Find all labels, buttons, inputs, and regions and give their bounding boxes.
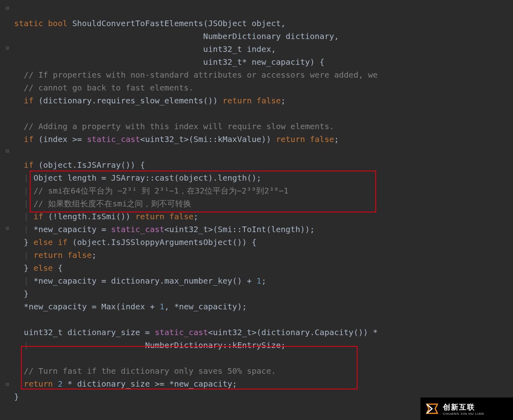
code-text: <uint32_t>(Smi::kMaxValue)): [140, 134, 276, 144]
keyword-else: else: [33, 237, 53, 247]
keyword-return: return: [276, 134, 305, 144]
code-text: (dictionary.requires_slow_elements()): [33, 96, 223, 105]
code-text: {: [53, 263, 62, 273]
keyword-else: else: [33, 263, 53, 273]
keyword-return: return: [223, 96, 252, 105]
code-text: *new_capacity = Max(index +: [24, 302, 159, 311]
watermark-text-en: CHUANG XIN HU LIAN: [443, 412, 484, 416]
keyword-if: if: [33, 212, 43, 221]
code-text: <uint32_t>(dictionary.Capacity()) *: [208, 327, 378, 337]
static-cast: static_cast: [87, 134, 140, 144]
watermark-text-cn: 创新互联: [443, 402, 484, 412]
comment: // smi在64位平台为 −2³¹ 到 2³¹−1，在32位平台为−2³⁰到2…: [33, 186, 288, 196]
keyword-false: false: [252, 96, 281, 105]
keyword-static: static: [14, 19, 43, 28]
code-text: <uint32_t>(Smi::ToInt(length));: [164, 224, 314, 234]
keyword-false: false: [305, 134, 334, 144]
param3: uint32_t index,: [203, 44, 276, 54]
fold-marker[interactable]: ⊟: [6, 148, 9, 154]
code-editor[interactable]: static bool ShouldConvertToFastElements(…: [14, 4, 378, 403]
code-text: ;: [334, 134, 339, 144]
fold-marker[interactable]: ⊡: [6, 225, 9, 231]
code-text: }: [24, 237, 33, 247]
code-text: ;: [281, 96, 285, 105]
code-text: , *new_capacity);: [164, 302, 247, 311]
code-text: (object.IsJSArray()) {: [33, 160, 145, 170]
watermark: 创新互联 CHUANG XIN HU LIAN: [420, 397, 513, 420]
comment: // Turn fast if the dictionary only save…: [24, 366, 276, 376]
keyword-false: false: [164, 212, 193, 221]
code-text: NumberDictionary::kEntrySize;: [145, 340, 285, 350]
number: 2: [53, 379, 62, 389]
keyword-return: return: [33, 250, 62, 260]
number: 1: [159, 302, 164, 311]
fn-name: ShouldConvertToFastElements: [72, 19, 203, 28]
code-text: }: [24, 289, 29, 299]
keyword-if: if: [24, 96, 33, 105]
number: 1: [256, 276, 261, 286]
code-text: }: [24, 263, 33, 273]
keyword-false: false: [62, 250, 91, 260]
param1: JSObject object,: [208, 19, 286, 28]
keyword-if: if: [53, 237, 67, 247]
comment: // cannot go back to fast elements.: [24, 83, 193, 93]
gutter: ⊟ ⊡ ⊟ ⊡ ⊡: [0, 0, 12, 420]
static-cast: static_cast: [155, 327, 208, 337]
code-text: ;: [261, 276, 266, 286]
fold-marker[interactable]: ⊟: [6, 5, 9, 11]
fold-marker[interactable]: ⊡: [6, 381, 9, 387]
code-text: uint32_t dictionary_size =: [24, 327, 155, 337]
static-cast: static_cast: [111, 224, 164, 234]
code-text: Object length = JSArray::cast(object).le…: [33, 173, 261, 183]
keyword-bool: bool: [48, 19, 67, 28]
code-text: ;: [92, 250, 97, 260]
comment: // 如果数组长度不在smi之间，则不可转换: [33, 199, 191, 208]
watermark-logo-icon: [424, 401, 440, 416]
keyword-return: return: [24, 379, 53, 389]
param2: NumberDictionary dictionary,: [203, 31, 339, 41]
fold-marker[interactable]: ⊡: [6, 45, 9, 51]
code-text: ;: [194, 212, 199, 221]
keyword-if: if: [24, 134, 33, 144]
comment: // Adding a property with this index wil…: [24, 121, 334, 131]
code-text: (!length.IsSmi()): [43, 212, 135, 221]
code-text: * dictionary_size >= *new_capacity;: [62, 379, 237, 389]
code-text: (index >=: [33, 134, 87, 144]
comment: // If properties with non-standard attri…: [24, 70, 378, 80]
code-text: *new_capacity = dictionary.max_number_ke…: [33, 276, 256, 286]
keyword-if: if: [24, 160, 33, 170]
code-text: (object.IsJSSloppyArgumentsObject()) {: [67, 237, 256, 247]
param4: uint32_t* new_capacity) {: [203, 57, 325, 67]
keyword-return: return: [135, 212, 164, 221]
code-text: *new_capacity =: [33, 224, 111, 234]
code-text: }: [14, 392, 19, 401]
